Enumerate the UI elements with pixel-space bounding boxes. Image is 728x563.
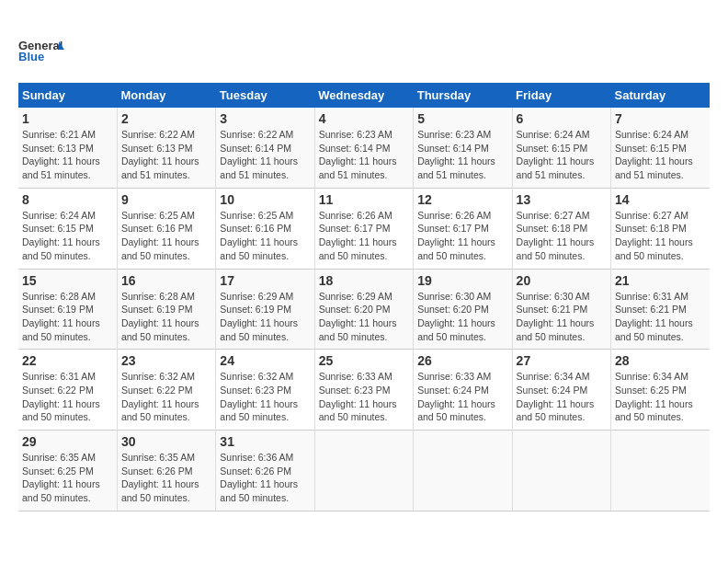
table-row: 25Sunrise: 6:33 AMSunset: 6:23 PMDayligh… bbox=[314, 350, 413, 431]
table-row: 21Sunrise: 6:31 AMSunset: 6:21 PMDayligh… bbox=[611, 269, 710, 350]
svg-text:Blue: Blue bbox=[18, 50, 44, 63]
table-row: 30Sunrise: 6:35 AMSunset: 6:26 PMDayligh… bbox=[117, 431, 215, 511]
table-row: 1Sunrise: 6:21 AMSunset: 6:13 PMDaylight… bbox=[18, 108, 117, 188]
table-row: 15Sunrise: 6:28 AMSunset: 6:19 PMDayligh… bbox=[18, 269, 117, 350]
table-row: 10Sunrise: 6:25 AMSunset: 6:16 PMDayligh… bbox=[216, 188, 314, 269]
table-row: 20Sunrise: 6:30 AMSunset: 6:21 PMDayligh… bbox=[512, 269, 610, 350]
header-friday: Friday bbox=[512, 83, 610, 108]
table-row bbox=[512, 431, 610, 511]
table-row: 9Sunrise: 6:25 AMSunset: 6:16 PMDaylight… bbox=[117, 188, 215, 269]
table-row: 28Sunrise: 6:34 AMSunset: 6:25 PMDayligh… bbox=[611, 350, 710, 431]
table-row: 27Sunrise: 6:34 AMSunset: 6:24 PMDayligh… bbox=[512, 350, 610, 431]
calendar-header-row: SundayMondayTuesdayWednesdayThursdayFrid… bbox=[18, 83, 710, 108]
table-row: 24Sunrise: 6:32 AMSunset: 6:23 PMDayligh… bbox=[216, 350, 314, 431]
table-row: 7Sunrise: 6:24 AMSunset: 6:15 PMDaylight… bbox=[611, 108, 710, 188]
table-row: 19Sunrise: 6:30 AMSunset: 6:20 PMDayligh… bbox=[414, 269, 512, 350]
table-row: 2Sunrise: 6:22 AMSunset: 6:13 PMDaylight… bbox=[117, 108, 215, 188]
table-row: 12Sunrise: 6:26 AMSunset: 6:17 PMDayligh… bbox=[414, 188, 512, 269]
table-row: 18Sunrise: 6:29 AMSunset: 6:20 PMDayligh… bbox=[314, 269, 413, 350]
table-row: 4Sunrise: 6:23 AMSunset: 6:14 PMDaylight… bbox=[314, 108, 413, 188]
header-tuesday: Tuesday bbox=[216, 83, 314, 108]
table-row: 13Sunrise: 6:27 AMSunset: 6:18 PMDayligh… bbox=[512, 188, 610, 269]
calendar-week-4: 22Sunrise: 6:31 AMSunset: 6:22 PMDayligh… bbox=[18, 350, 710, 431]
table-row: 29Sunrise: 6:35 AMSunset: 6:25 PMDayligh… bbox=[18, 431, 117, 511]
calendar-week-2: 8Sunrise: 6:24 AMSunset: 6:15 PMDaylight… bbox=[18, 188, 710, 269]
calendar-week-5: 29Sunrise: 6:35 AMSunset: 6:25 PMDayligh… bbox=[18, 431, 710, 511]
table-row: 31Sunrise: 6:36 AMSunset: 6:26 PMDayligh… bbox=[216, 431, 314, 511]
header-saturday: Saturday bbox=[611, 83, 710, 108]
table-row bbox=[314, 431, 413, 511]
table-row: 16Sunrise: 6:28 AMSunset: 6:19 PMDayligh… bbox=[117, 269, 215, 350]
table-row: 17Sunrise: 6:29 AMSunset: 6:19 PMDayligh… bbox=[216, 269, 314, 350]
calendar-table: SundayMondayTuesdayWednesdayThursdayFrid… bbox=[18, 83, 710, 511]
table-row bbox=[611, 431, 710, 511]
calendar-week-3: 15Sunrise: 6:28 AMSunset: 6:19 PMDayligh… bbox=[18, 269, 710, 350]
logo-svg: General Blue bbox=[18, 28, 64, 74]
table-row: 8Sunrise: 6:24 AMSunset: 6:15 PMDaylight… bbox=[18, 188, 117, 269]
table-row: 14Sunrise: 6:27 AMSunset: 6:18 PMDayligh… bbox=[611, 188, 710, 269]
table-row: 6Sunrise: 6:24 AMSunset: 6:15 PMDaylight… bbox=[512, 108, 610, 188]
header-sunday: Sunday bbox=[18, 83, 117, 108]
header-thursday: Thursday bbox=[414, 83, 512, 108]
page-header: General Blue bbox=[18, 18, 710, 74]
logo: General Blue bbox=[18, 28, 64, 74]
table-row: 22Sunrise: 6:31 AMSunset: 6:22 PMDayligh… bbox=[18, 350, 117, 431]
table-row: 5Sunrise: 6:23 AMSunset: 6:14 PMDaylight… bbox=[414, 108, 512, 188]
header-monday: Monday bbox=[117, 83, 215, 108]
calendar-week-1: 1Sunrise: 6:21 AMSunset: 6:13 PMDaylight… bbox=[18, 108, 710, 188]
table-row: 23Sunrise: 6:32 AMSunset: 6:22 PMDayligh… bbox=[117, 350, 215, 431]
table-row: 3Sunrise: 6:22 AMSunset: 6:14 PMDaylight… bbox=[216, 108, 314, 188]
table-row: 11Sunrise: 6:26 AMSunset: 6:17 PMDayligh… bbox=[314, 188, 413, 269]
table-row: 26Sunrise: 6:33 AMSunset: 6:24 PMDayligh… bbox=[414, 350, 512, 431]
header-wednesday: Wednesday bbox=[314, 83, 413, 108]
table-row bbox=[414, 431, 512, 511]
